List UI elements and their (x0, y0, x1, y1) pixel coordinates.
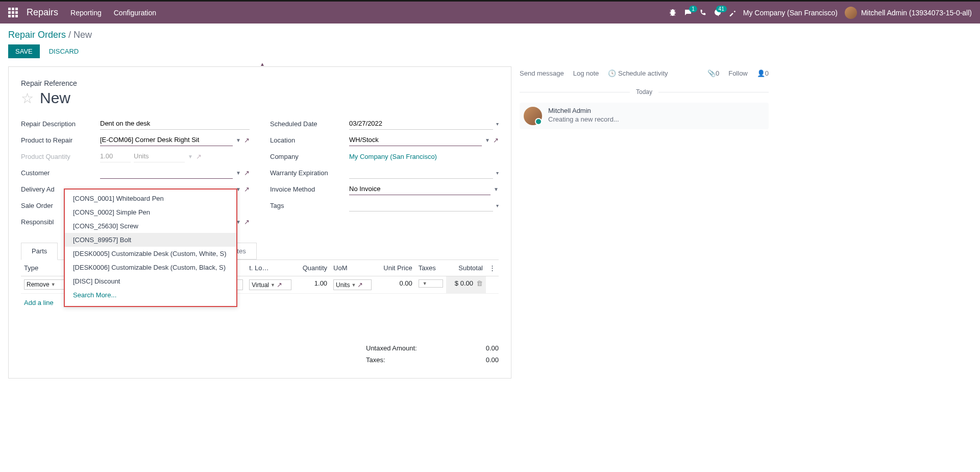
save-button[interactable]: SAVE (8, 44, 40, 58)
col-unit-price[interactable]: Unit Price (375, 260, 415, 276)
follow-button[interactable]: Follow (728, 69, 748, 77)
tools-icon[interactable] (729, 9, 736, 16)
dropdown-item[interactable]: [CONS_0001] Whiteboard Pen (65, 192, 236, 205)
untaxed-label: Untaxed Amount: (366, 344, 417, 352)
breadcrumb-parent[interactable]: Repair Orders (8, 30, 66, 40)
untaxed-value: 0.00 (486, 344, 499, 352)
external-link-icon[interactable]: ↗ (357, 281, 363, 289)
tab-parts[interactable]: Parts (21, 243, 58, 260)
external-link-icon[interactable]: ↗ (244, 169, 250, 177)
product-to-repair-input[interactable] (100, 134, 233, 146)
debug-icon[interactable] (669, 9, 677, 17)
followers-button[interactable]: 👤0 (757, 69, 769, 77)
col-kebab[interactable]: ⋮ (486, 260, 499, 276)
subtotal-cell: $ 0.00 (455, 279, 473, 287)
discard-button[interactable]: DISCARD (42, 44, 86, 58)
collapse-arrow-icon[interactable]: ▲ (260, 61, 265, 67)
message-author[interactable]: Mitchell Admin (548, 107, 619, 114)
external-link-icon[interactable]: ↗ (277, 281, 282, 289)
caret-down-icon[interactable]: ▼ (485, 137, 490, 143)
col-type[interactable]: Type (21, 260, 67, 276)
customer-input[interactable] (100, 167, 233, 179)
menu-configuration[interactable]: Configuration (114, 9, 156, 17)
menu-reporting[interactable]: Reporting (70, 9, 102, 17)
messages-icon[interactable]: 1 (684, 9, 692, 17)
warranty-input[interactable] (349, 167, 493, 179)
product-dropdown: [CONS_0001] Whiteboard Pen [CONS_0002] S… (64, 188, 237, 307)
col-taxes[interactable]: Taxes (415, 260, 446, 276)
person-icon: 👤 (757, 69, 765, 77)
label-warranty: Warranty Expiration (270, 169, 349, 177)
message: Mitchell Admin Creating a new record... (520, 103, 769, 129)
avatar-icon (845, 7, 857, 19)
dropdown-item[interactable]: [CONS_0002] Simple Pen (65, 205, 236, 219)
scheduled-date-input[interactable] (349, 117, 493, 130)
dropdown-item[interactable]: [DESK0006] Customizable Desk (Custom, Bl… (65, 261, 236, 274)
dest-loc-cell[interactable]: Virtual▼ ↗ (249, 279, 291, 290)
breadcrumb: Repair Orders / New (8, 30, 972, 40)
caret-down-icon[interactable]: ▼ (494, 186, 499, 192)
caret-down-icon[interactable]: ▼ (236, 137, 241, 143)
col-dest[interactable]: t. Lo… (246, 260, 295, 276)
phone-icon[interactable] (699, 9, 706, 16)
dropdown-item[interactable]: [DISC] Discount (65, 274, 236, 288)
col-subtotal[interactable]: Subtotal (446, 260, 486, 276)
external-link-icon[interactable]: ↗ (244, 218, 250, 226)
product-qty-input[interactable] (100, 150, 131, 162)
schedule-activity-button[interactable]: 🕓 Schedule activity (608, 69, 668, 77)
label-company: Company (270, 153, 349, 160)
qty-cell[interactable]: 1.00 (314, 279, 327, 287)
uom-cell[interactable]: Units ▼ ↗ (333, 279, 372, 290)
form-right-column: Scheduled Date ▾ Location ▼ ↗ Company My… (270, 116, 499, 230)
activities-icon[interactable]: 41 (714, 9, 722, 17)
priority-star-icon[interactable]: ☆ (21, 90, 34, 107)
col-qty[interactable]: Quantity (295, 260, 330, 276)
send-message-button[interactable]: Send message (520, 69, 564, 77)
breadcrumb-current: New (74, 30, 92, 40)
location-input[interactable] (349, 134, 482, 146)
type-select[interactable]: Remove▼ (24, 279, 64, 290)
caret-down-icon[interactable]: ▾ (496, 121, 499, 127)
caret-down-icon[interactable]: ▾ (496, 170, 499, 176)
external-link-icon[interactable]: ↗ (244, 185, 250, 193)
repair-description-input[interactable] (100, 117, 250, 130)
price-cell[interactable]: 0.00 (399, 279, 412, 287)
taxes-value: 0.00 (486, 356, 499, 364)
taxes-cell[interactable]: ▼ (419, 279, 443, 288)
dropdown-item[interactable]: [DESK0005] Customizable Desk (Custom, Wh… (65, 247, 236, 261)
company-selector[interactable]: My Company (San Francisco) (743, 9, 838, 17)
app-name[interactable]: Repairs (27, 7, 58, 18)
dropdown-item[interactable]: [CONS_89957] Bolt (65, 233, 236, 247)
col-uom[interactable]: UoM (330, 260, 375, 276)
repair-ref-label: Repair Reference (21, 79, 499, 87)
breadcrumb-bar: Repair Orders / New (0, 23, 980, 40)
caret-down-icon[interactable]: ▾ (496, 203, 499, 208)
paperclip-icon: 📎 (707, 69, 716, 77)
dropdown-item[interactable]: [CONS_25630] Screw (65, 219, 236, 233)
label-product-repair: Product to Repair (21, 136, 100, 144)
invoice-method-select[interactable] (349, 183, 491, 195)
label-product-qty: Product Quantity (21, 153, 100, 160)
clock-icon: 🕓 (608, 69, 616, 77)
apps-icon[interactable] (8, 8, 18, 18)
label-tags: Tags (270, 202, 349, 209)
dropdown-search-more[interactable]: Search More... (65, 288, 236, 304)
external-link-icon[interactable]: ↗ (493, 136, 499, 144)
delete-row-icon[interactable]: 🗑 (476, 279, 483, 287)
messages-badge: 1 (689, 6, 697, 12)
company-link[interactable]: My Company (San Francisco) (349, 153, 437, 160)
caret-down-icon[interactable]: ▼ (188, 154, 193, 159)
label-location: Location (270, 136, 349, 144)
log-note-button[interactable]: Log note (573, 69, 599, 77)
external-link-icon[interactable]: ↗ (196, 153, 202, 160)
totals: Untaxed Amount: 0.00 Taxes: 0.00 (366, 342, 499, 366)
external-link-icon[interactable]: ↗ (244, 136, 250, 144)
user-name: Mitchell Admin (13934073-15-0-all) (861, 9, 972, 17)
product-uom-input[interactable] (134, 150, 185, 162)
navbar: Repairs Reporting Configuration 1 41 My … (0, 0, 980, 23)
user-menu[interactable]: Mitchell Admin (13934073-15-0-all) (845, 7, 972, 19)
attachments-button[interactable]: 📎0 (707, 69, 719, 77)
tags-input[interactable] (349, 199, 493, 211)
caret-down-icon[interactable]: ▼ (236, 170, 241, 176)
chatter: Send message Log note 🕓 Schedule activit… (511, 62, 777, 379)
